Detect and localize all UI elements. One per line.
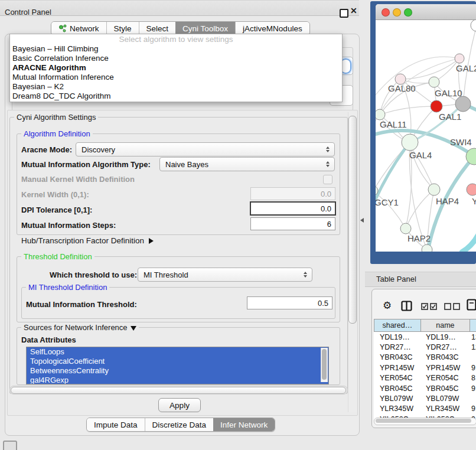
table-horizontal-scrollbar[interactable] — [374, 418, 476, 425]
deselect-all-icon[interactable] — [444, 303, 461, 310]
network-edge — [406, 190, 434, 229]
algorithm-option-dream8-dc-tdc-algorithm[interactable]: Dream8 DC_TDC Algorithm — [10, 92, 342, 101]
network-node[interactable] — [471, 19, 476, 31]
table-row[interactable]: YER054CYER054C8. — [374, 373, 476, 383]
spinner-arrows-icon — [300, 272, 312, 278]
column-header-name[interactable]: name — [421, 319, 471, 332]
sources-legend[interactable]: Sources for Network Inference — [21, 323, 139, 332]
attribute-item-betweennesscentrality[interactable]: BetweennessCentrality — [27, 366, 328, 376]
table-row[interactable]: YDR27…YDR27…12 — [374, 342, 476, 352]
aracne-mode-select[interactable]: Discovery — [76, 142, 335, 156]
aracne-mode-value: Discovery — [76, 145, 322, 154]
attribute-item-gal4rgexp[interactable]: gal4RGexp — [27, 376, 328, 384]
mi-algorithm-type-select[interactable]: Naive Bayes — [159, 157, 335, 171]
kernel-width-field[interactable]: 0.0 — [250, 187, 335, 200]
network-node[interactable] — [455, 96, 471, 112]
network-node-gal11[interactable] — [376, 109, 385, 120]
algorithm-option-bayesian-k2[interactable]: Bayesian – K2 — [10, 82, 342, 92]
gear-icon[interactable]: ⚙ — [383, 299, 392, 311]
table-row[interactable]: YDL19…YDL19…13 — [374, 332, 476, 342]
zoom-traffic-light[interactable] — [404, 8, 412, 17]
tab-label: Cyni Toolbox — [182, 24, 228, 33]
sources-legend-label: Sources for Network Inference — [24, 323, 128, 332]
table-panel-title: Table Panel — [376, 275, 416, 283]
node-label-gal2: GAL2 — [456, 63, 476, 73]
mi-threshold-field[interactable]: 0.5 — [247, 296, 332, 309]
table-cell: YBR045C — [420, 384, 469, 393]
manual-kernel-width-checkbox[interactable] — [323, 175, 332, 184]
network-node-gal1[interactable] — [431, 100, 442, 112]
table-cell: YDR27… — [420, 343, 469, 351]
bottom-tab-infer-network[interactable]: Infer Network — [213, 418, 275, 431]
settings-horizontal-scrollbar-thumb[interactable] — [11, 387, 346, 394]
control-panel-title: Control Panel — [5, 8, 51, 17]
data-attributes-list[interactable]: SelfLoopsTopologicalCoefficientBetweenne… — [26, 347, 329, 384]
splitter-collapse-icon[interactable] — [360, 218, 364, 223]
cyni-bottom-tabbar: Impute DataDiscretize DataInfer Network — [86, 418, 275, 432]
table-cell: YBR043C — [420, 353, 469, 361]
hub-factor-expander[interactable]: Hub/Transcription Factor Definition — [21, 236, 154, 245]
tab-cyni-toolbox[interactable]: Cyni Toolbox — [175, 22, 235, 35]
algorithm-option-mutual-information-inference[interactable]: Mutual Information Inference — [10, 73, 342, 82]
table-scrollbar-thumb[interactable] — [376, 419, 471, 423]
columns-icon[interactable] — [401, 301, 412, 311]
table-row[interactable]: YBR043CYBR043C — [374, 353, 476, 363]
network-node-gal2[interactable] — [455, 54, 464, 63]
algorithm-option-aracne-algorithm[interactable]: ARACNE Algorithm — [10, 63, 342, 73]
tab-label: Impute Data — [94, 420, 138, 429]
document-icon[interactable] — [467, 299, 476, 311]
column-header-a[interactable]: A — [470, 319, 476, 332]
column-header-shared[interactable]: shared… — [374, 319, 421, 332]
tab-jactivemnodules[interactable]: jActiveMNodules — [235, 22, 309, 35]
list-vertical-scrollbar[interactable] — [321, 348, 328, 382]
algorithm-option-basic-correlation-inference[interactable]: Basic Correlation Inference — [10, 54, 342, 63]
table-cell: YLR345W — [420, 405, 469, 413]
tab-label: Discretize Data — [152, 420, 207, 429]
tab-label: Style — [114, 24, 132, 33]
select-all-icon[interactable] — [421, 303, 438, 310]
network-edge — [376, 191, 406, 229]
tab-select[interactable]: Select — [139, 22, 176, 35]
network-window[interactable]: GAL2GAL80GAL10GAL1GAL11GAL4SWI4GCY1HAP4Y… — [376, 4, 476, 252]
network-node-y[interactable] — [467, 184, 476, 195]
algorithm-definition-legend: Algorithm Definition — [21, 129, 93, 138]
minimized-panel-icon[interactable] — [3, 441, 17, 450]
table-row[interactable]: YBR045CYBR045C9. — [374, 383, 476, 393]
network-node-hap2[interactable] — [400, 223, 411, 234]
bottom-tab-impute-data[interactable]: Impute Data — [87, 418, 145, 431]
dpi-tolerance-field[interactable]: 0.0 — [250, 201, 336, 216]
which-threshold-select[interactable]: MI Threshold — [138, 268, 312, 282]
tab-style[interactable]: Style — [106, 22, 139, 35]
network-node-gal10[interactable] — [429, 77, 439, 87]
close-panel-button[interactable]: ✕ — [350, 6, 357, 15]
table-row[interactable]: YLR345WYLR345W9. — [374, 404, 476, 414]
node-label-gcy1: GCY1 — [376, 197, 399, 207]
bottom-tab-discretize-data[interactable]: Discretize Data — [145, 418, 214, 431]
network-node-hap4[interactable] — [428, 184, 440, 195]
attribute-item-topologicalcoefficient[interactable]: TopologicalCoefficient — [27, 357, 328, 366]
spinner-arrows-icon — [322, 146, 334, 152]
network-node-gal4[interactable] — [402, 134, 418, 151]
network-edge-highlighted — [462, 217, 476, 252]
minimize-traffic-light[interactable] — [393, 8, 401, 17]
table-cell: 12 — [469, 343, 476, 351]
close-traffic-light[interactable] — [382, 8, 390, 17]
network-canvas[interactable]: GAL2GAL80GAL10GAL1GAL11GAL4SWI4GCY1HAP4Y… — [376, 19, 476, 252]
node-label-hap4: HAP4 — [436, 196, 459, 206]
algorithm-option-bayesian-hill-climbing[interactable]: Bayesian – Hill Climbing — [10, 44, 342, 54]
mi-steps-field[interactable]: 6 — [250, 217, 335, 230]
table-row[interactable]: YBL079WYBL079W — [374, 393, 476, 403]
float-panel-button[interactable] — [340, 9, 348, 18]
network-window-titlebar[interactable] — [376, 4, 476, 20]
tab-network[interactable]: Network — [51, 22, 106, 35]
attribute-item-selfloops[interactable]: SelfLoops — [27, 347, 328, 357]
list-scrollbar-thumb[interactable] — [322, 349, 327, 380]
cyni-algorithm-settings-legend: Cyni Algorithm Settings — [14, 113, 98, 122]
mi-threshold-definition-legend: MI Threshold Definition — [26, 283, 109, 292]
collapse-triangle-icon — [131, 326, 136, 331]
settings-vertical-scrollbar-thumb[interactable] — [348, 116, 357, 324]
table-row[interactable]: YPR145WYPR145W9. — [374, 363, 476, 373]
hub-factor-label: Hub/Transcription Factor Definition — [21, 236, 144, 245]
apply-button[interactable]: Apply — [158, 398, 201, 412]
table-cell: YBR043C — [374, 353, 420, 361]
